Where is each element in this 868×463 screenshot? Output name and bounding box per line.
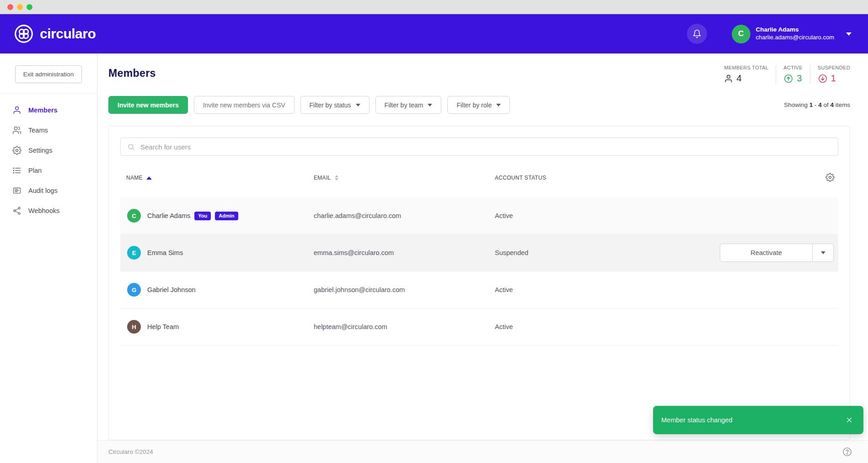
copyright-text: Circularo ©2024 <box>108 448 153 455</box>
avatar: H <box>127 320 141 334</box>
chevron-down-icon <box>821 251 825 254</box>
table-settings-button[interactable] <box>825 173 836 183</box>
member-name: Charlie Adams <box>147 212 190 219</box>
account-status: Active <box>489 212 714 219</box>
user-avatar: C <box>732 25 750 43</box>
sidebar-item-audit-logs[interactable]: Audit logs <box>0 181 97 201</box>
sidebar-item-label: Members <box>28 106 58 114</box>
search-icon <box>127 143 135 151</box>
notifications-button[interactable] <box>687 24 707 44</box>
stat-label: SUSPENDED <box>818 65 850 70</box>
user-email: charlie.adams@circularo.com <box>756 34 834 41</box>
filter-by-status-dropdown[interactable]: Filter by status <box>300 96 370 114</box>
minimize-window-button[interactable] <box>17 4 23 10</box>
brand-logo[interactable]: circularo <box>14 24 96 44</box>
sidebar-divider <box>0 93 97 94</box>
stat-value: 1 <box>831 73 836 84</box>
invite-via-csv-button[interactable]: Invite new members via CSV <box>194 96 295 114</box>
document-lines-icon <box>12 186 21 195</box>
member-name: Emma Sims <box>147 249 183 256</box>
member-name: Help Team <box>147 323 179 330</box>
window-titlebar <box>0 0 868 14</box>
member-email: emma.sims@circularo.com <box>308 249 489 256</box>
traffic-lights <box>7 4 32 10</box>
column-header-email[interactable]: EMAIL <box>308 175 489 181</box>
table-header: NAME EMAIL ACCOUNT STATUS <box>120 168 838 188</box>
sidebar-item-label: Webhooks <box>28 207 59 214</box>
members-table-card: NAME EMAIL ACCOUNT STATUS <box>108 126 850 440</box>
sidebar-item-label: Settings <box>28 147 52 154</box>
filter-by-role-dropdown[interactable]: Filter by role <box>447 96 510 114</box>
reactivate-button[interactable]: Reactivate <box>720 244 813 261</box>
stat-members-total: MEMBERS TOTAL 4 <box>717 65 776 84</box>
exit-administration-button[interactable]: Exit administration <box>15 65 82 83</box>
sidebar-item-label: Audit logs <box>28 187 58 194</box>
people-group-icon <box>12 126 21 135</box>
close-window-button[interactable] <box>7 4 13 10</box>
sort-icon <box>335 175 338 181</box>
sidebar-item-label: Plan <box>28 167 42 174</box>
search-input[interactable] <box>140 143 831 151</box>
chevron-down-icon <box>428 104 432 106</box>
gear-icon <box>12 146 21 155</box>
member-email: charlie.adams@circularo.com <box>308 212 489 219</box>
avatar: G <box>127 283 141 297</box>
stat-value: 4 <box>736 73 741 84</box>
account-status: Active <box>489 323 714 330</box>
webhook-icon <box>12 206 21 215</box>
member-name: Gabriel Johnson <box>147 286 196 293</box>
avatar: C <box>127 209 141 223</box>
list-icon <box>12 166 21 175</box>
table-row[interactable]: G Gabriel Johnson gabriel.johnson@circul… <box>120 271 838 309</box>
user-name: Charlie Adams <box>756 26 834 34</box>
brand-name: circularo <box>40 26 96 42</box>
filter-by-team-dropdown[interactable]: Filter by team <box>375 96 442 114</box>
table-row[interactable]: C Charlie Adams You Admin charlie.adams@… <box>120 197 838 234</box>
reactivate-split-button: Reactivate <box>720 244 834 262</box>
reactivate-dropdown-toggle[interactable] <box>813 244 833 261</box>
chevron-down-icon <box>496 104 501 106</box>
maximize-window-button[interactable] <box>27 4 32 10</box>
close-icon[interactable] <box>845 416 853 424</box>
stat-active: ACTIVE 3 <box>776 65 810 84</box>
question-circle-icon <box>842 447 852 457</box>
chevron-down-icon <box>846 32 852 36</box>
stat-value: 3 <box>797 73 802 84</box>
arrow-down-circle-icon <box>818 74 828 84</box>
stat-label: MEMBERS TOTAL <box>724 65 768 70</box>
column-label: NAME <box>126 175 143 181</box>
footer: Circularo ©2024 <box>97 440 868 463</box>
member-email: helpteam@circularo.com <box>308 323 489 330</box>
account-status: Active <box>489 286 714 293</box>
member-email: gabriel.johnson@circularo.com <box>308 286 489 293</box>
user-menu[interactable]: C Charlie Adams charlie.adams@circularo.… <box>732 25 852 43</box>
account-status: Suspended <box>489 249 714 256</box>
sidebar: Exit administration Members Teams <box>0 53 97 463</box>
filter-label: Filter by role <box>456 101 492 109</box>
person-icon <box>12 106 21 115</box>
column-header-account-status[interactable]: ACCOUNT STATUS <box>489 175 714 181</box>
column-label: EMAIL <box>314 175 331 181</box>
column-header-name[interactable]: NAME <box>120 175 308 181</box>
person-icon <box>724 74 733 83</box>
page-title: Members <box>108 67 156 80</box>
invite-new-members-button[interactable]: Invite new members <box>108 96 188 114</box>
sidebar-item-teams[interactable]: Teams <box>0 120 97 140</box>
column-label: ACCOUNT STATUS <box>495 175 546 181</box>
arrow-up-circle-icon <box>783 74 793 84</box>
sidebar-item-members[interactable]: Members <box>0 100 97 120</box>
table-row[interactable]: E Emma Sims emma.sims@circularo.com Susp… <box>120 234 838 271</box>
sidebar-item-plan[interactable]: Plan <box>0 160 97 181</box>
sidebar-item-label: Teams <box>28 127 48 134</box>
search-box[interactable] <box>120 138 838 156</box>
help-button[interactable] <box>842 447 853 458</box>
bell-icon <box>692 29 702 38</box>
avatar: E <box>127 246 141 260</box>
table-row[interactable]: H Help Team helpteam@circularo.com Activ… <box>120 309 838 346</box>
sidebar-item-settings[interactable]: Settings <box>0 140 97 160</box>
sidebar-item-webhooks[interactable]: Webhooks <box>0 201 97 221</box>
filter-label: Filter by status <box>310 101 351 109</box>
pagination-summary: Showing 1 - 4 of 4 items <box>784 101 850 108</box>
admin-badge: Admin <box>215 212 238 220</box>
app-header: circularo C Charlie Adams charlie.adams@… <box>0 14 868 53</box>
